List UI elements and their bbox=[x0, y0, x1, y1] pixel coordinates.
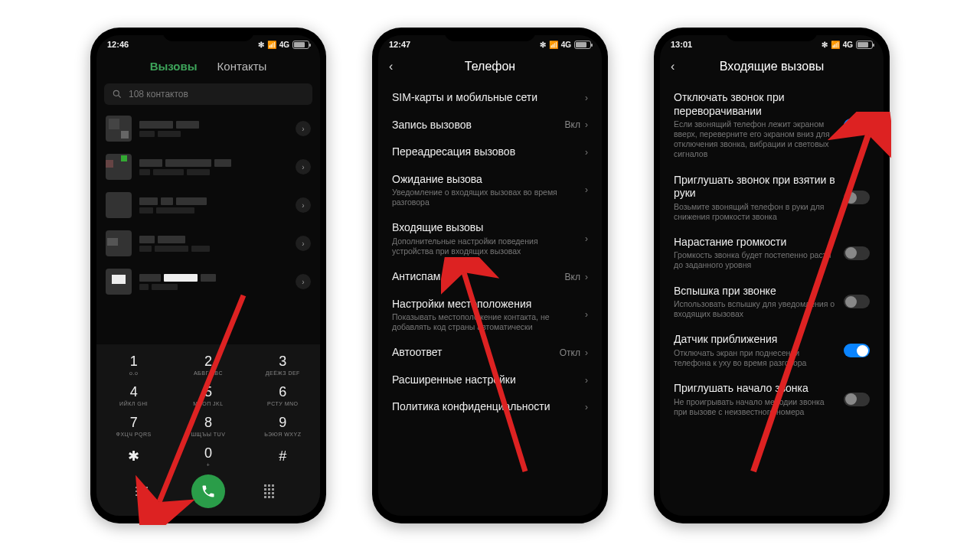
dialpad: 1о.о2АБВГ ABC3ДЕЁЖЗ DEF4ИЙКЛ GHI5МНОП JK… bbox=[96, 344, 320, 516]
bluetooth-icon: ✻ bbox=[822, 41, 828, 49]
dialpad-key-8[interactable]: 8ШЩЪЫ TUV bbox=[171, 410, 245, 441]
settings-item-subtitle: Отключать экран при поднесении телефона … bbox=[674, 348, 836, 368]
toggle-switch[interactable] bbox=[844, 191, 870, 204]
toggle-switch[interactable] bbox=[844, 295, 870, 308]
settings-item-title: Вспышка при звонке bbox=[674, 285, 836, 298]
settings-item-subtitle: Уведомление о входящих вызовах во время … bbox=[392, 187, 573, 207]
settings-item-title: Автоответ bbox=[392, 346, 552, 360]
bluetooth-icon: ✻ bbox=[540, 41, 546, 49]
dialpad-key-6[interactable]: 6РСТУ MNO bbox=[246, 380, 320, 410]
avatar bbox=[106, 230, 132, 256]
dialpad-key-1[interactable]: 1о.о bbox=[96, 349, 171, 380]
svg-line-1 bbox=[119, 96, 121, 98]
settings-item[interactable]: Настройки местоположенияПоказывать место… bbox=[381, 291, 599, 340]
settings-item[interactable]: Запись вызововВкл› bbox=[381, 112, 599, 139]
toggle-switch[interactable] bbox=[844, 344, 870, 357]
network-label: 4G bbox=[279, 41, 289, 49]
network-label: 4G bbox=[561, 41, 571, 49]
settings-item-title: Расширенные настройки bbox=[392, 373, 573, 387]
tab-contacts[interactable]: Контакты bbox=[217, 60, 267, 73]
dialpad-toggle-button[interactable] bbox=[264, 484, 286, 498]
dialpad-key-2[interactable]: 2АБВГ ABC bbox=[171, 349, 245, 380]
detail-button[interactable]: › bbox=[296, 121, 311, 136]
avatar bbox=[106, 154, 132, 180]
settings-item-subtitle: Дополнительные настройки поведения устро… bbox=[392, 236, 573, 256]
page-title: Входящие вызовы bbox=[686, 60, 858, 73]
notch bbox=[444, 28, 536, 41]
settings-item[interactable]: Отключать звонок при переворачиванииЕсли… bbox=[663, 84, 880, 167]
call-log-list: › › › › › bbox=[96, 109, 320, 301]
clock: 12:46 bbox=[107, 40, 129, 49]
settings-item[interactable]: Вспышка при звонкеИспользовать вспышку д… bbox=[663, 278, 880, 327]
chevron-right-icon: › bbox=[585, 147, 588, 158]
settings-item-subtitle: Использовать вспышку для уведомления о в… bbox=[674, 299, 836, 319]
settings-item-title: Приглушать звонок при взятии в руки bbox=[674, 174, 836, 201]
settings-item-title: Запись вызовов bbox=[392, 119, 557, 132]
back-button[interactable]: ‹ bbox=[671, 60, 686, 73]
toggle-switch[interactable] bbox=[844, 393, 870, 406]
list-item[interactable]: › bbox=[96, 224, 320, 262]
search-input[interactable]: 108 контактов bbox=[104, 83, 312, 105]
settings-item-title: Датчик приближения bbox=[674, 333, 836, 347]
list-item[interactable]: › bbox=[96, 148, 320, 186]
clock: 13:01 bbox=[671, 40, 692, 49]
chevron-right-icon: › bbox=[585, 402, 588, 412]
settings-item-title: Нарастание громкости bbox=[674, 236, 836, 249]
screen-1: 12:46 ✻ 📶 4G Вызовы Контакты 108 контакт… bbox=[96, 35, 320, 516]
call-button[interactable] bbox=[191, 474, 225, 508]
avatar bbox=[106, 116, 132, 142]
tab-calls[interactable]: Вызовы bbox=[150, 60, 198, 73]
phone-frame-3: 13:01 ✻ 📶 4G ‹ Входящие вызовы Отключать… bbox=[654, 28, 890, 523]
settings-item[interactable]: Расширенные настройки› bbox=[381, 367, 599, 394]
chevron-right-icon: › bbox=[585, 233, 588, 244]
tab-bar: Вызовы Контакты bbox=[96, 52, 320, 79]
settings-item[interactable]: Приглушать начало звонкаНе проигрывать н… bbox=[663, 375, 880, 424]
detail-button[interactable]: › bbox=[296, 159, 311, 174]
settings-item[interactable]: АвтоответОткл› bbox=[381, 339, 599, 367]
detail-button[interactable]: › bbox=[296, 274, 311, 289]
dialpad-key-0[interactable]: 0+ bbox=[171, 441, 245, 471]
notch bbox=[726, 28, 818, 41]
battery-icon bbox=[292, 41, 309, 49]
dialpad-key-4[interactable]: 4ИЙКЛ GHI bbox=[96, 380, 171, 410]
settings-item[interactable]: SIM-карты и мобильные сети› bbox=[381, 84, 599, 112]
settings-item[interactable]: Нарастание громкостиГромкость звонка буд… bbox=[663, 229, 880, 278]
search-icon bbox=[112, 89, 122, 99]
settings-item-title: Антиспам bbox=[392, 270, 557, 284]
chevron-right-icon: › bbox=[585, 347, 588, 358]
list-item[interactable]: › bbox=[96, 186, 320, 224]
settings-item-subtitle: Возьмите звонящий телефон в руки для сни… bbox=[674, 202, 836, 222]
toggle-switch[interactable] bbox=[844, 119, 870, 132]
list-item[interactable]: › bbox=[96, 109, 320, 148]
dialpad-key-5[interactable]: 5МНОП JKL bbox=[171, 380, 245, 410]
settings-item[interactable]: Приглушать звонок при взятии в рукиВозьм… bbox=[663, 167, 880, 229]
list-item[interactable]: › bbox=[96, 262, 320, 301]
dialpad-key-#[interactable]: # bbox=[246, 441, 320, 471]
detail-button[interactable]: › bbox=[296, 197, 311, 213]
dialpad-key-✱[interactable]: ✱ bbox=[96, 441, 171, 471]
settings-item-subtitle: Показывать местоположение контакта, не д… bbox=[392, 312, 573, 332]
menu-button[interactable] bbox=[131, 487, 152, 496]
settings-item[interactable]: Входящие вызовыДополнительные настройки … bbox=[381, 214, 599, 263]
dialpad-key-9[interactable]: 9ЬЭЮЯ WXYZ bbox=[246, 410, 320, 441]
settings-list: Отключать звонок при переворачиванииЕсли… bbox=[660, 84, 884, 424]
settings-item[interactable]: Ожидание вызоваУведомление о входящих вы… bbox=[381, 166, 599, 215]
settings-item-title: Политика конфиденциальности bbox=[392, 400, 573, 414]
dialpad-key-3[interactable]: 3ДЕЁЖЗ DEF bbox=[246, 349, 320, 380]
svg-point-0 bbox=[113, 90, 119, 96]
settings-item[interactable]: АнтиспамВкл› bbox=[381, 263, 599, 291]
avatar bbox=[106, 192, 132, 218]
settings-item[interactable]: Политика конфиденциальности› bbox=[381, 393, 599, 421]
settings-item-title: Переадресация вызовов bbox=[392, 145, 573, 159]
chevron-right-icon: › bbox=[585, 119, 588, 130]
toggle-switch[interactable] bbox=[844, 246, 870, 260]
dialpad-key-7[interactable]: 7ФХЦЧ PQRS bbox=[96, 410, 171, 441]
status-icons: ✻ 📶 4G bbox=[822, 41, 873, 49]
phone-frame-2: 12:47 ✻ 📶 4G ‹ Телефон SIM-карты и мобил… bbox=[372, 28, 608, 523]
detail-button[interactable]: › bbox=[296, 236, 311, 251]
settings-item[interactable]: Переадресация вызовов› bbox=[381, 139, 599, 166]
back-button[interactable]: ‹ bbox=[389, 60, 404, 73]
settings-item[interactable]: Датчик приближенияОтключать экран при по… bbox=[663, 326, 880, 375]
settings-item-title: Приглушать начало звонка bbox=[674, 382, 836, 396]
search-placeholder: 108 контактов bbox=[129, 89, 188, 99]
